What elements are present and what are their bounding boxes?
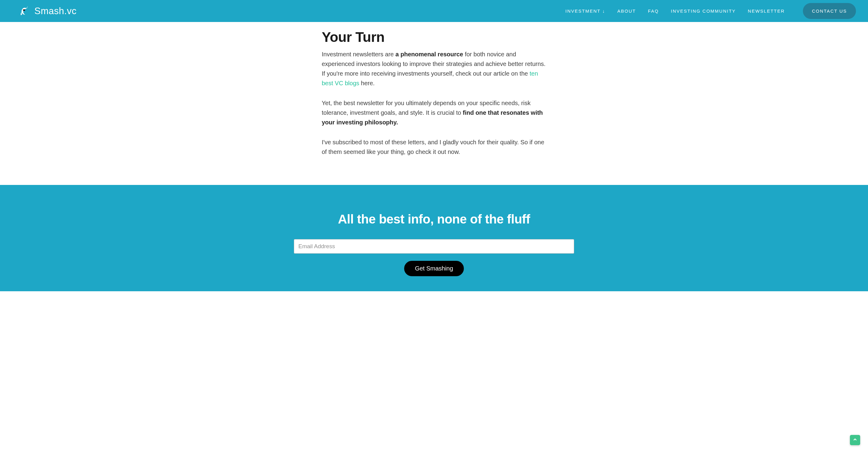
article-paragraph-3: I've subscribed to most of these letters… — [322, 137, 547, 157]
contact-button[interactable]: CONTACT US — [803, 3, 856, 19]
article-heading: Your Turn — [322, 29, 547, 45]
unicorn-icon — [18, 4, 31, 18]
article-paragraph-2: Yet, the best newsletter for you ultimat… — [322, 98, 547, 127]
nav-about[interactable]: ABOUT — [617, 8, 636, 13]
article-body: Your Turn Investment newsletters are a p… — [322, 0, 547, 185]
email-input[interactable] — [294, 239, 574, 254]
svg-rect-1 — [23, 9, 25, 10]
cta-heading: All the best info, none of the fluff — [294, 212, 574, 226]
text: here. — [359, 80, 375, 87]
text: Investment newsletters are — [322, 51, 396, 58]
nav-newsletter[interactable]: NEWSLETTER — [748, 8, 785, 13]
newsletter-cta: All the best info, none of the fluff Get… — [0, 185, 868, 291]
nav-investment[interactable]: INVESTMENT ↓ — [565, 8, 605, 13]
brand-name: Smash.vc — [34, 6, 76, 17]
nav-community[interactable]: INVESTING COMMUNITY — [671, 8, 736, 13]
site-header: Smash.vc INVESTMENT ↓ ABOUT FAQ INVESTIN… — [0, 0, 868, 22]
brand-logo[interactable]: Smash.vc — [18, 4, 76, 18]
subscribe-button[interactable]: Get Smashing — [404, 261, 464, 276]
text-emphasis: a phenomenal resource — [396, 51, 463, 58]
nav-faq[interactable]: FAQ — [648, 8, 659, 13]
main-nav: INVESTMENT ↓ ABOUT FAQ INVESTING COMMUNI… — [565, 3, 856, 19]
article-paragraph-1: Investment newsletters are a phenomenal … — [322, 50, 547, 88]
